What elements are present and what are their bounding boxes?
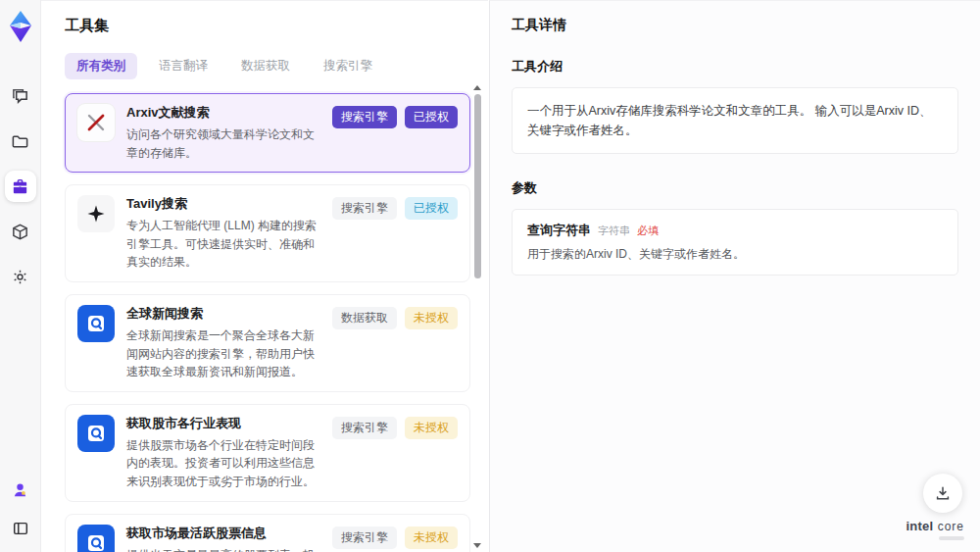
stock-tool-logo-icon — [77, 415, 115, 452]
category-tabs: 所有类别 语言翻译 数据获取 搜索引擎 — [65, 53, 488, 79]
tool-category-badge: 搜索引擎 — [332, 106, 397, 128]
scroll-up-arrow-icon[interactable] — [473, 85, 481, 90]
news-search-logo-icon — [77, 305, 115, 342]
tool-desc: 全球新闻搜索是一个聚合全球各大新闻网站内容的搜索引擎，帮助用户快速获取全球最新资… — [126, 326, 320, 381]
tavily-star-icon — [77, 195, 115, 232]
stock-tool-logo-icon — [77, 525, 115, 552]
avatar-icon — [11, 480, 29, 499]
intel-core-logo: intel core — [906, 517, 964, 540]
param-desc: 用于搜索的Arxiv ID、关键字或作者姓名。 — [527, 246, 943, 263]
panel-toggle-icon — [12, 520, 29, 537]
intro-section-title: 工具介绍 — [512, 58, 958, 75]
page-title: 工具集 — [65, 17, 488, 35]
folder-icon — [11, 132, 29, 151]
scrollbar-thumb[interactable] — [474, 94, 481, 278]
tool-auth-badge: 未授权 — [405, 417, 458, 439]
tool-category-badge: 搜索引擎 — [332, 197, 397, 220]
tool-intro-text: 一个用于从Arxiv存储库搜索科学论文和文章的工具。 输入可以是Arxiv ID… — [512, 87, 958, 154]
cube-icon — [11, 223, 29, 241]
tool-name: 获取市场最活跃股票信息 — [126, 525, 320, 542]
tool-name: 全球新闻搜索 — [126, 305, 320, 323]
tab-data-fetch[interactable]: 数据获取 — [229, 53, 302, 79]
tool-auth-badge: 未授权 — [405, 527, 458, 549]
briefcase-icon — [11, 177, 29, 196]
sidebar-item-models[interactable] — [5, 216, 36, 247]
tools-panel: 工具集 所有类别 语言翻译 数据获取 搜索引擎 Arxiv文献搜索 访问各个研究… — [41, 0, 488, 552]
download-icon — [934, 484, 952, 502]
tool-auth-badge: 未授权 — [405, 307, 458, 329]
param-type: 字符串 — [598, 224, 630, 238]
user-avatar[interactable] — [5, 474, 36, 505]
parameter-item: 查询字符串 字符串 必填 用于搜索的Arxiv ID、关键字或作者姓名。 — [512, 209, 958, 276]
tool-card-global-news[interactable]: 全球新闻搜索 全球新闻搜索是一个聚合全球各大新闻网站内容的搜索引擎，帮助用户快速… — [65, 294, 470, 392]
sidebar-item-chat[interactable] — [5, 80, 36, 112]
tool-name: Tavily搜索 — [126, 195, 320, 213]
tool-list: Arxiv文献搜索 访问各个研究领域大量科学论文和文章的存储库。 搜索引擎 已授… — [65, 93, 470, 552]
tool-name: 获取股市各行业表现 — [126, 415, 320, 432]
tool-auth-badge: 已授权 — [405, 106, 458, 128]
tool-category-badge: 数据获取 — [332, 307, 397, 329]
sidebar-item-settings[interactable] — [5, 261, 36, 292]
param-required-flag: 必填 — [637, 224, 659, 238]
tab-translation[interactable]: 语言翻译 — [147, 53, 220, 79]
tool-list-scrollbar[interactable] — [472, 85, 482, 550]
tab-all-categories[interactable]: 所有类别 — [65, 53, 137, 79]
sidebar-item-tools[interactable] — [5, 171, 36, 202]
param-name: 查询字符串 — [527, 222, 591, 239]
brand-subtext-bar — [939, 536, 964, 540]
app-logo-icon — [6, 10, 35, 43]
tool-desc: 访问各个研究领域大量科学论文和文章的存储库。 — [126, 125, 320, 162]
tool-desc: 专为人工智能代理 (LLM) 构建的搜索引擎工具。可快速提供实时、准确和真实的结… — [126, 217, 320, 272]
params-section-title: 参数 — [512, 179, 958, 197]
tool-desc: 提供股票市场各个行业在特定时间段内的表现。投资者可以利用这些信息来识别表现优于或… — [126, 436, 320, 491]
tool-card-most-active-stocks[interactable]: 获取市场最活跃股票信息 提供当天交易量最高的股票列表。投资者可以利用这些信息来识… — [65, 514, 470, 552]
tool-auth-badge: 已授权 — [405, 197, 458, 220]
tool-name: Arxiv文献搜索 — [126, 104, 320, 122]
sidebar-item-files[interactable] — [5, 125, 36, 157]
tool-card-sector-performance[interactable]: 获取股市各行业表现 提供股票市场各个行业在特定时间段内的表现。投资者可以利用这些… — [65, 404, 470, 502]
tool-card-arxiv[interactable]: Arxiv文献搜索 访问各个研究领域大量科学论文和文章的存储库。 搜索引擎 已授… — [65, 93, 470, 173]
detail-title: 工具详情 — [512, 17, 958, 34]
core-wordmark: core — [938, 520, 964, 533]
collapse-sidebar-button[interactable] — [5, 513, 36, 544]
scroll-down-arrow-icon[interactable] — [473, 543, 481, 548]
tab-search-engine[interactable]: 搜索引擎 — [312, 53, 384, 79]
gear-icon — [11, 268, 29, 286]
chat-icon — [11, 87, 29, 106]
tool-category-badge: 搜索引擎 — [332, 417, 397, 439]
intel-wordmark: intel — [906, 519, 933, 533]
tool-category-badge: 搜索引擎 — [332, 527, 397, 549]
tool-card-tavily[interactable]: Tavily搜索 专为人工智能代理 (LLM) 构建的搜索引擎工具。可快速提供实… — [65, 184, 470, 282]
download-button[interactable] — [923, 474, 962, 513]
tool-desc: 提供当天交易量最高的股票列表。投资者可以利用这些信息来识别流动性强的股票和潜在的… — [126, 546, 320, 552]
left-icon-rail — [0, 0, 41, 552]
tool-detail-panel: 工具详情 工具介绍 一个用于从Arxiv存储库搜索科学论文和文章的工具。 输入可… — [489, 0, 980, 552]
arxiv-logo-icon — [77, 104, 115, 141]
